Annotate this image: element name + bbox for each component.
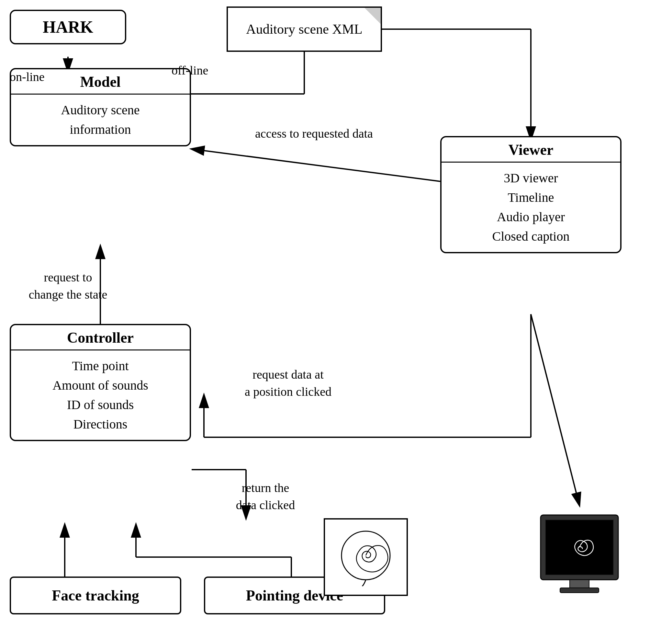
xml-doc-label: Auditory scene XML — [246, 21, 362, 37]
controller-title: Controller — [11, 325, 190, 350]
request-change-label: request tochange the state — [10, 269, 126, 303]
online-label: on-line — [10, 70, 45, 84]
viewer-box: Viewer 3D viewerTimelineAudio playerClos… — [440, 136, 622, 253]
doc-fold — [364, 8, 381, 24]
controller-box: Controller Time pointAmount of soundsID … — [10, 324, 191, 441]
svg-line-19 — [531, 314, 579, 505]
face-tracking-title: Face tracking — [11, 578, 180, 613]
hark-title: HARK — [11, 11, 125, 43]
face-tracking-box: Face tracking — [10, 577, 181, 614]
viewer-content: 3D viewerTimelineAudio playerClosed capt… — [442, 163, 620, 252]
diagram: HARK Auditory scene XML Model Auditory s… — [0, 0, 672, 640]
hark-box: HARK — [10, 10, 126, 44]
monitor-icon — [531, 505, 628, 602]
return-data-label: return thedata clicked — [204, 479, 327, 514]
xml-doc: Auditory scene XML — [227, 6, 382, 52]
access-data-label: access to requested data — [220, 126, 408, 141]
controller-content: Time pointAmount of soundsID of soundsDi… — [11, 350, 190, 440]
viewer-title: Viewer — [442, 137, 620, 163]
svg-rect-26 — [560, 588, 599, 593]
model-content: Auditory sceneinformation — [11, 94, 190, 145]
svg-line-5 — [192, 149, 440, 181]
request-position-label: request data ata position clicked — [220, 366, 356, 400]
offline-label: off-line — [171, 63, 208, 77]
svg-rect-25 — [570, 580, 589, 588]
mouse-icon — [324, 518, 408, 596]
